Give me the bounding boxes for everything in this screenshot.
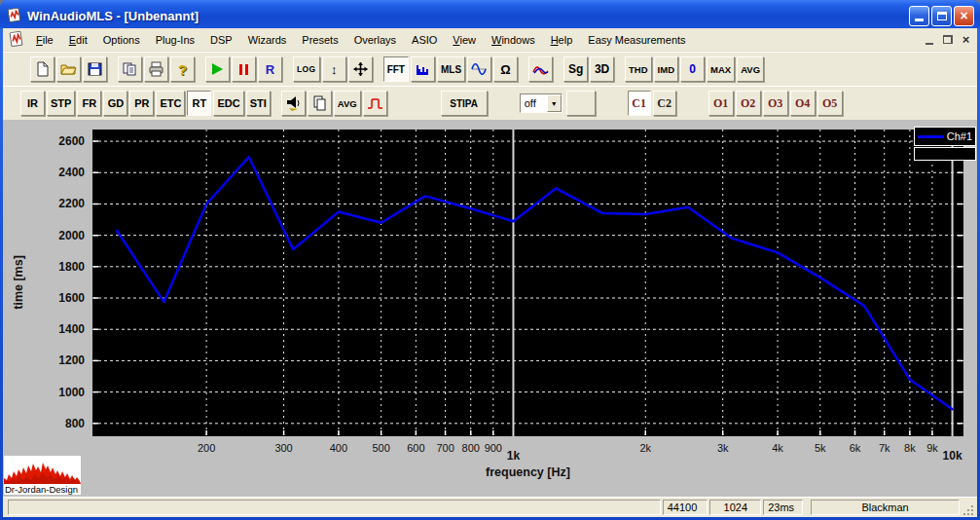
copy-button[interactable] (118, 56, 142, 82)
menu-item-presets[interactable]: Presets (294, 31, 345, 49)
average-button[interactable]: AVG (737, 56, 764, 82)
fft-label: FFT (387, 64, 405, 75)
impedance-button[interactable]: Ω (493, 56, 518, 82)
sine-button[interactable] (467, 56, 491, 82)
mls-button[interactable]: MLS (437, 56, 465, 82)
threed-view-button[interactable]: 3D (590, 56, 614, 82)
speaker-setup-button[interactable] (281, 91, 306, 116)
bandpass-filter-button[interactable] (363, 91, 387, 116)
3d-label: 3D (595, 62, 609, 76)
overlay-button-o3-label: O3 (768, 96, 782, 111)
menu-item-view[interactable]: View (445, 31, 484, 49)
channel-1-button[interactable]: C1 (628, 91, 651, 116)
measure-button-pr-label: PR (134, 97, 149, 109)
generator-select-value: off (521, 97, 547, 109)
measure-button-ir[interactable]: IR (20, 91, 45, 116)
log-scale-button[interactable]: LOG (293, 56, 320, 82)
menu-item-easy-measurements[interactable]: Easy Measurements (580, 31, 693, 49)
menu-item-asio[interactable]: ASIO (404, 31, 445, 49)
measure-button-stp-label: STP (51, 97, 71, 109)
open-file-button[interactable] (56, 56, 81, 82)
measure-button-rt-label: RT (193, 97, 207, 109)
max-hold-button[interactable]: MAX (707, 56, 735, 82)
overlay-button-o3[interactable]: O3 (763, 91, 788, 116)
document-icon (8, 31, 24, 48)
chart-region: 2600240022002000180016001400120010008002… (3, 120, 977, 497)
status-message-area (8, 500, 661, 515)
zero-button[interactable]: 0 (680, 56, 705, 82)
measure-button-edc[interactable]: EDC (213, 91, 243, 116)
maximize-button[interactable] (931, 6, 952, 26)
menu-item-file[interactable]: File (28, 31, 61, 49)
channel-2-button[interactable]: C2 (653, 91, 676, 116)
measure-button-fr[interactable]: FR (77, 91, 101, 116)
fft-button[interactable]: FFT (383, 56, 409, 82)
pause-button[interactable] (232, 56, 256, 82)
move-cross-icon (352, 61, 369, 77)
x-axis-tick-label: 8k (904, 442, 916, 454)
printer-icon (148, 61, 164, 77)
overlay-button-o1-label: O1 (713, 96, 728, 111)
new-file-button[interactable] (30, 56, 54, 82)
y-axis-tick-label: 1800 (58, 260, 85, 274)
record-r-button[interactable]: R (258, 56, 282, 82)
measure-button-etc[interactable]: ETC (156, 91, 185, 116)
spectrum-button[interactable] (411, 56, 435, 82)
x-axis-tick-label: 9k (926, 442, 938, 454)
overlay-button-o4[interactable]: O4 (790, 91, 816, 116)
x-axis-tick-label: 3k (717, 442, 729, 454)
overlay-button-o5[interactable]: O5 (817, 91, 843, 116)
menu-item-plug-ins[interactable]: Plug-Ins (148, 31, 202, 49)
sine-wave-icon (471, 61, 488, 77)
measure-button-sti[interactable]: STI (246, 91, 271, 116)
measure-button-rt[interactable]: RT (187, 91, 211, 116)
avg-rt-button[interactable]: AVG (334, 91, 361, 116)
mdi-minimize-button[interactable] (921, 32, 937, 47)
overlay-button-o1[interactable]: O1 (708, 91, 734, 116)
blank-button[interactable] (566, 91, 596, 116)
generator-select[interactable]: off ▼ (520, 93, 563, 113)
transfer-function-button[interactable] (528, 56, 553, 82)
thd-button[interactable]: THD (625, 56, 652, 82)
measure-button-gd[interactable]: GD (103, 91, 127, 116)
minimize-button[interactable] (909, 6, 929, 26)
x-axis-tick-label: 4k (772, 442, 783, 454)
menu-item-help[interactable]: Help (543, 31, 581, 49)
rt-chart[interactable]: 2600240022002000180016001400120010008002… (3, 120, 977, 497)
menu-item-edit[interactable]: Edit (61, 31, 95, 49)
pan-button[interactable] (348, 56, 373, 82)
measure-button-pr[interactable]: PR (129, 91, 154, 116)
y-axis-tick-label: 2200 (58, 197, 85, 210)
close-button[interactable]: × (954, 6, 974, 26)
mdi-close-button[interactable]: × (958, 32, 974, 47)
imd-button[interactable]: IMD (654, 56, 678, 82)
resize-grip[interactable] (962, 504, 975, 517)
menu-item-windows[interactable]: Windows (484, 31, 543, 49)
mdi-restore-button[interactable] (939, 32, 956, 47)
help-button[interactable]: ? (170, 56, 195, 82)
menu-item-overlays[interactable]: Overlays (346, 31, 404, 49)
overlay-pages-button[interactable] (308, 91, 332, 116)
combo-dropdown-button[interactable]: ▼ (547, 94, 562, 112)
legend-line-swatch (918, 135, 944, 138)
measure-button-stp[interactable]: STP (47, 91, 75, 116)
vertical-zoom-button[interactable]: ↕ (322, 56, 346, 82)
menu-item-options[interactable]: Options (95, 31, 148, 49)
c2-label: C2 (657, 96, 671, 111)
overlay-button-o2[interactable]: O2 (736, 91, 761, 116)
play-button[interactable] (205, 56, 230, 82)
status-sample-rate: 44100 (663, 500, 708, 515)
stipa-button[interactable]: STIPA (441, 91, 488, 116)
overlay-button-o4-label: O4 (795, 96, 810, 111)
signal-generator-button[interactable]: Sg (563, 56, 588, 82)
save-button[interactable] (83, 56, 107, 82)
new-document-icon (34, 61, 51, 77)
print-button[interactable] (144, 56, 168, 82)
menu-item-wizards[interactable]: Wizards (240, 31, 295, 49)
title-bar[interactable]: WinAudioMLS - [Unbenannt] × (0, 0, 980, 28)
pause-icon (239, 64, 248, 75)
open-folder-icon (60, 61, 77, 77)
mdi-close-icon: × (962, 33, 970, 46)
x-axis-tick-label: 5k (815, 442, 826, 454)
menu-item-dsp[interactable]: DSP (202, 31, 240, 49)
